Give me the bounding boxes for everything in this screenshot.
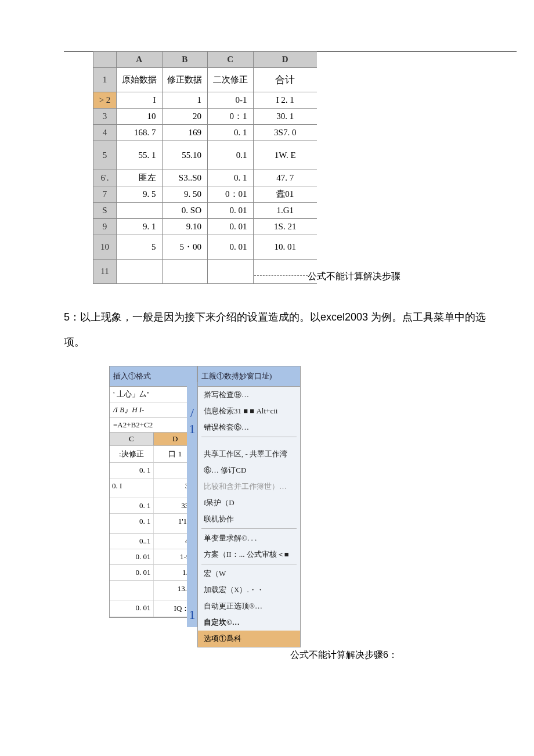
- mc-5c[interactable]: 0. 01: [110, 549, 154, 564]
- menu-item-addins[interactable]: 加载宏（X）.・・: [198, 582, 300, 598]
- cell-A10[interactable]: 5: [117, 235, 163, 260]
- cell-D9[interactable]: 1S. 21: [253, 219, 317, 235]
- side-slash-icon: /: [187, 405, 197, 420]
- col-C[interactable]: C: [208, 52, 254, 68]
- cell-A2[interactable]: I: [117, 92, 163, 109]
- cell-A8[interactable]: [117, 203, 163, 219]
- toolbar-row-b: /I B』H I-: [110, 402, 197, 418]
- cell-B4[interactable]: 169: [162, 125, 208, 141]
- cell-B6[interactable]: S3..S0: [162, 170, 208, 186]
- cell-D10[interactable]: 10. 01: [253, 235, 317, 260]
- cell-D8[interactable]: 1.G1: [253, 203, 317, 219]
- row-10-head[interactable]: 10: [93, 235, 117, 260]
- cell-B3[interactable]: 20: [162, 109, 208, 125]
- menu-item-shared-workspace[interactable]: 共享工作区, - 共睪工作湾: [198, 438, 300, 462]
- cell-C7[interactable]: 0：01: [208, 186, 254, 203]
- formula-bar[interactable]: =A2+B2+C2: [110, 418, 197, 433]
- menu-separator-2: [201, 528, 297, 529]
- col-D[interactable]: D: [253, 52, 317, 68]
- menu-item-track-changes[interactable]: ⑥… 修订CD: [198, 462, 300, 478]
- col-A[interactable]: A: [117, 52, 163, 68]
- cell-A4[interactable]: 168. 7: [117, 125, 163, 141]
- row-1-head[interactable]: 1: [93, 68, 117, 92]
- menu-item-error-check[interactable]: 错误检套⑥…: [198, 419, 300, 435]
- row-8-head[interactable]: S: [93, 203, 117, 219]
- spreadsheet-table-1: A B C D 1 原始数据 修正数据 二次修正 合计 > 2 I 1 0-1 …: [93, 51, 317, 284]
- cell-A7[interactable]: 9. 5: [117, 186, 163, 203]
- cell-B2[interactable]: 1: [162, 92, 208, 109]
- mc-6c[interactable]: 0. 01: [110, 565, 154, 580]
- row-2-head[interactable]: > 2: [93, 92, 117, 109]
- tools-menu-screenshot: 插入①格式 ' 丄心」厶" /I B』H I- =A2+B2+C2 C D :决…: [109, 366, 301, 647]
- cell-B7[interactable]: 9. 50: [162, 186, 208, 203]
- cell-D5[interactable]: 1W. E: [253, 141, 317, 170]
- row-3-head[interactable]: 3: [93, 109, 117, 125]
- mc-0c[interactable]: 0. 1: [110, 463, 154, 478]
- side-num-1a: 1: [187, 422, 197, 437]
- menu-item-scenarios[interactable]: 方案（II：... 公式审核＜■: [198, 546, 300, 563]
- row-6-head[interactable]: 6'.: [93, 170, 117, 186]
- menu-item-options-highlighted[interactable]: 选项①爲科: [198, 631, 300, 647]
- cell-B5[interactable]: 55.10: [162, 141, 208, 170]
- mc-4c[interactable]: 0..1: [110, 534, 154, 549]
- cell-C11[interactable]: [208, 260, 254, 284]
- tools-menu-dropdown: 工親①数搏妙窗口址) 擀写检查⑨… 信息检索31 ■ ■ Alt+cii 错误检…: [197, 366, 301, 647]
- cell-C6[interactable]: 0. 1: [208, 170, 254, 186]
- annotation-step-label: 公式不能计算解决步骤: [308, 271, 400, 283]
- row-11-head[interactable]: 11: [93, 260, 117, 284]
- side-num-1b: 1: [187, 607, 197, 622]
- cell-B10[interactable]: 5・00: [162, 235, 208, 260]
- menu-item-autocorrect[interactable]: 自动更正选顶®…: [198, 598, 300, 614]
- mini-hdr-C: :决修正: [110, 446, 154, 462]
- cell-C5[interactable]: 0.1: [208, 141, 254, 170]
- col-B[interactable]: B: [162, 52, 208, 68]
- hdr-C: 二次修正: [208, 68, 254, 92]
- cell-C2[interactable]: 0-1: [208, 92, 254, 109]
- mc-1c[interactable]: 0. I: [110, 478, 154, 498]
- menu-separator-3: [201, 564, 297, 564]
- menu-item-goal-seek[interactable]: 单变量求解©. . .: [198, 530, 300, 546]
- menu-side-bar: / 1 1: [187, 382, 197, 627]
- menu-item-online-collab[interactable]: 联机协作: [198, 511, 300, 527]
- hdr-B: 修正数据: [162, 68, 208, 92]
- paragraph-step-5: 5：以上现象，一般是因为接下来介绍的设置造成的。以excel2003 为例。点工…: [64, 305, 505, 355]
- menu-item-protection[interactable]: f呆护（D: [198, 495, 300, 511]
- cell-A11[interactable]: [117, 260, 163, 284]
- row-5-head[interactable]: 5: [93, 141, 117, 170]
- menu-left-panel: 插入①格式 ' 丄心」厶" /I B』H I- =A2+B2+C2 C D :决…: [109, 366, 197, 618]
- cell-C4[interactable]: 0. 1: [208, 125, 254, 141]
- menu-item-macro[interactable]: 宏（W: [198, 566, 300, 582]
- cell-B11[interactable]: [162, 260, 208, 284]
- menu-item-research[interactable]: 信息检索31 ■ ■ Alt+cii: [198, 403, 300, 419]
- cell-D4[interactable]: 3S7. 0: [253, 125, 317, 141]
- menu-item-customize[interactable]: 自定坎©…: [198, 614, 300, 631]
- mc-8c[interactable]: 0. 01: [110, 600, 154, 617]
- menu-item-compare-merge: 比较和含并工作簿世）…: [198, 478, 300, 495]
- cell-D2[interactable]: I 2. 1: [253, 92, 317, 109]
- cell-A9[interactable]: 9. 1: [117, 219, 163, 235]
- cell-C9[interactable]: 0. 01: [208, 219, 254, 235]
- cell-C10[interactable]: 0. 01: [208, 235, 254, 260]
- cell-B9[interactable]: 9.10: [162, 219, 208, 235]
- cell-D7[interactable]: 蠹01: [253, 186, 317, 203]
- row-4-head[interactable]: 4: [93, 125, 117, 141]
- tools-menu-header: 工親①数搏妙窗口址): [198, 366, 300, 387]
- mc-2c[interactable]: 0. 1: [110, 498, 154, 513]
- cell-B8[interactable]: 0. SO: [162, 203, 208, 219]
- mini-col-C[interactable]: C: [110, 433, 154, 445]
- mc-7c[interactable]: [110, 581, 154, 600]
- cell-C8[interactable]: 0. 01: [208, 203, 254, 219]
- cell-D3[interactable]: 30. 1: [253, 109, 317, 125]
- toolbar-row-a: ' 丄心」厶": [110, 387, 197, 402]
- cell-D6[interactable]: 47. 7: [253, 170, 317, 186]
- annotation-leader-line: [254, 275, 308, 276]
- cell-A5[interactable]: 55. 1: [117, 141, 163, 170]
- cell-A6[interactable]: 匪左: [117, 170, 163, 186]
- menu-item-spellcheck[interactable]: 擀写检查⑨…: [198, 387, 300, 403]
- annotation-step-6: 公式不能计算解决步骤6：: [290, 649, 398, 661]
- mc-3c[interactable]: 0. 1: [110, 514, 154, 533]
- cell-C3[interactable]: 0：1: [208, 109, 254, 125]
- row-7-head[interactable]: 7: [93, 186, 117, 203]
- cell-A3[interactable]: 10: [117, 109, 163, 125]
- row-9-head[interactable]: 9: [93, 219, 117, 235]
